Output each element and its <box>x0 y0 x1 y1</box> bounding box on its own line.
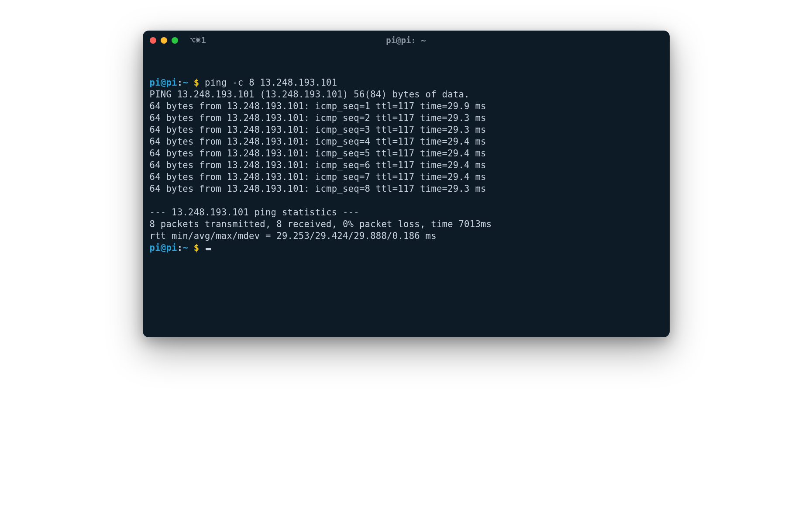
output-line: 64 bytes from 13.248.193.101: icmp_seq=2… <box>150 112 663 124</box>
title-bar: ⌥⌘1 pi@pi: ~ <box>143 31 670 50</box>
prompt-path: ~ <box>182 77 188 88</box>
output-line: 64 bytes from 13.248.193.101: icmp_seq=4… <box>150 136 663 148</box>
command-text: ping -c 8 13.248.193.101 <box>205 77 337 88</box>
output-line: 8 packets transmitted, 8 received, 0% pa… <box>150 218 663 230</box>
close-icon[interactable] <box>150 37 156 44</box>
prompt-symbol: $ <box>194 77 200 88</box>
output-line: 64 bytes from 13.248.193.101: icmp_seq=6… <box>150 159 663 171</box>
prompt-symbol: $ <box>194 242 200 253</box>
terminal-window: ⌥⌘1 pi@pi: ~ pi@pi:~ $ ping -c 8 13.248.… <box>143 31 670 337</box>
window-title: pi@pi: ~ <box>386 35 426 45</box>
output-line <box>150 195 663 207</box>
output-line: --- 13.248.193.101 ping statistics --- <box>150 207 663 218</box>
minimize-icon[interactable] <box>161 37 167 44</box>
prompt-user-host: pi@pi <box>150 77 177 88</box>
prompt-line: pi@pi:~ $ ping -c 8 13.248.193.101 <box>150 77 663 89</box>
prompt-user-host: pi@pi <box>150 242 177 253</box>
output-container: PING 13.248.193.101 (13.248.193.101) 56(… <box>150 89 663 242</box>
traffic-lights <box>150 37 178 44</box>
maximize-icon[interactable] <box>172 37 178 44</box>
terminal-body[interactable]: pi@pi:~ $ ping -c 8 13.248.193.101PING 1… <box>143 50 670 337</box>
output-line: 64 bytes from 13.248.193.101: icmp_seq=5… <box>150 148 663 159</box>
output-line: rtt min/avg/max/mdev = 29.253/29.424/29.… <box>150 230 663 242</box>
tab-indicator: ⌥⌘1 <box>190 35 206 45</box>
output-line: 64 bytes from 13.248.193.101: icmp_seq=3… <box>150 124 663 136</box>
output-line: 64 bytes from 13.248.193.101: icmp_seq=8… <box>150 183 663 195</box>
output-line: 64 bytes from 13.248.193.101: icmp_seq=7… <box>150 171 663 183</box>
prompt-path: ~ <box>182 242 188 253</box>
output-line: PING 13.248.193.101 (13.248.193.101) 56(… <box>150 89 663 100</box>
output-line: 64 bytes from 13.248.193.101: icmp_seq=1… <box>150 100 663 112</box>
prompt-line-idle: pi@pi:~ $ <box>150 242 663 254</box>
prompt-separator: : <box>177 77 183 88</box>
prompt-separator: : <box>177 242 183 253</box>
cursor-icon <box>206 248 211 250</box>
